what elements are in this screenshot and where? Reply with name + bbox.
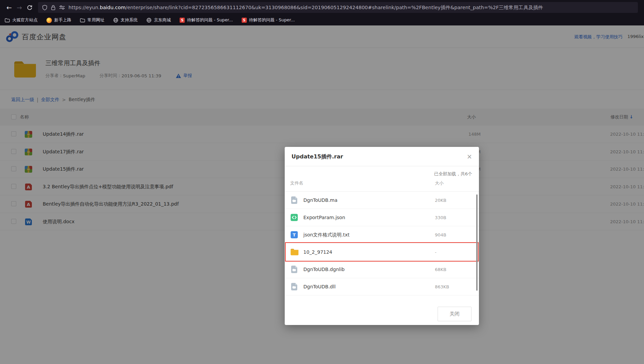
back-button[interactable]: ← <box>4 2 14 13</box>
json-file-icon <box>290 213 298 223</box>
reload-button[interactable] <box>24 2 35 13</box>
loaded-status: 已全部加载，共6个 <box>434 171 472 177</box>
page: 百度企业网盘 观看视频，学习使用技巧 1996lixi 三维常用工具及插件 分享… <box>0 25 644 364</box>
bookmark-xinshou[interactable]: 新手上路 <box>46 17 71 23</box>
reload-icon <box>27 5 33 11</box>
list-item[interactable]: DgnToUDB.ma 20KB <box>285 192 479 209</box>
item-name[interactable]: ExportParam.json <box>303 209 345 226</box>
dialog-header: Update15插件.rar × <box>285 147 479 166</box>
item-name[interactable]: DgnToUDB.ma <box>303 192 338 209</box>
list-item[interactable]: ExportParam.json 330B <box>285 209 479 226</box>
bookmark-changyong[interactable]: 常用网址 <box>80 17 104 23</box>
txt-file-icon: T <box>290 231 298 240</box>
lock-icon[interactable] <box>51 5 56 11</box>
dialog-column-filename: 文件名 <box>290 180 303 186</box>
dialog-columns: 文件名 大小 <box>285 180 479 192</box>
item-size: 20KB <box>435 192 446 209</box>
item-size: 330B <box>435 209 446 226</box>
item-size: 904B <box>435 226 446 244</box>
archive-preview-dialog: Update15插件.rar × 已全部加载，共6个 文件名 大小 DgnToU… <box>285 147 479 325</box>
firefox-icon <box>46 18 52 23</box>
list-item[interactable]: DgnToUDB.dll 863KB <box>285 278 479 295</box>
item-size: 863KB <box>435 278 449 295</box>
generic-file-icon <box>290 196 298 206</box>
url-bar[interactable]: https://eyun.baidu.com/enterprise/share/… <box>38 2 638 13</box>
folder-icon <box>5 18 10 22</box>
browser-toolbar: ← → https://eyun.baidu.com/enterprise/sh… <box>0 0 644 15</box>
item-size: - <box>435 244 437 261</box>
shield-icon[interactable] <box>42 5 47 11</box>
folder-icon <box>80 18 85 22</box>
svg-text:T: T <box>293 232 296 237</box>
s-site-icon: S <box>242 18 247 23</box>
generic-file-icon <box>290 265 298 275</box>
bookmarks-bar: 火狐官方站点 新手上路 常用网址 支持系统 京东商城 S 待解答的问题 - Su… <box>0 15 644 25</box>
item-name[interactable]: DgnToUDB.dgnlib <box>303 261 345 278</box>
bookmark-jingdong[interactable]: 京东商城 <box>146 17 171 23</box>
permissions-icon[interactable] <box>59 5 65 10</box>
globe-icon <box>146 18 152 23</box>
list-item[interactable]: T json文件格式说明.txt 904B <box>285 226 479 244</box>
bookmark-daijieda-1[interactable]: S 待解答的问题 - Super... <box>180 17 233 23</box>
dialog-title: Update15插件.rar <box>291 147 343 166</box>
screen: ← → https://eyun.baidu.com/enterprise/sh… <box>0 0 644 364</box>
globe-icon <box>113 18 118 23</box>
dialog-column-size: 大小 <box>435 180 444 186</box>
bookmark-daijieda-2[interactable]: S 待解答的问题 - Super... <box>242 17 295 23</box>
close-button[interactable]: 关闭 <box>438 307 471 321</box>
list-item[interactable]: DgnToUDB.dgnlib 68KB <box>285 261 479 278</box>
item-name[interactable]: json文件格式说明.txt <box>303 226 349 244</box>
bookmark-zhichi[interactable]: 支持系统 <box>113 17 138 23</box>
close-icon[interactable]: × <box>465 147 474 166</box>
list-item-folder-highlighted[interactable]: 10_2_97124 - <box>285 244 479 261</box>
item-size: 68KB <box>435 261 446 278</box>
url-text[interactable]: https://eyun.baidu.com/enterprise/share/… <box>68 4 543 11</box>
bookmark-huohu[interactable]: 火狐官方站点 <box>5 17 38 23</box>
dialog-file-list: DgnToUDB.ma 20KB ExportParam.json 330B T <box>285 192 479 296</box>
folder-icon <box>290 248 299 257</box>
item-name[interactable]: DgnToUDB.dll <box>303 278 336 295</box>
forward-button[interactable]: → <box>14 2 24 13</box>
s-site-icon: S <box>180 18 185 23</box>
item-name[interactable]: 10_2_97124 <box>303 244 332 261</box>
dialog-scrollbar[interactable] <box>476 194 478 291</box>
generic-file-icon <box>290 283 298 292</box>
